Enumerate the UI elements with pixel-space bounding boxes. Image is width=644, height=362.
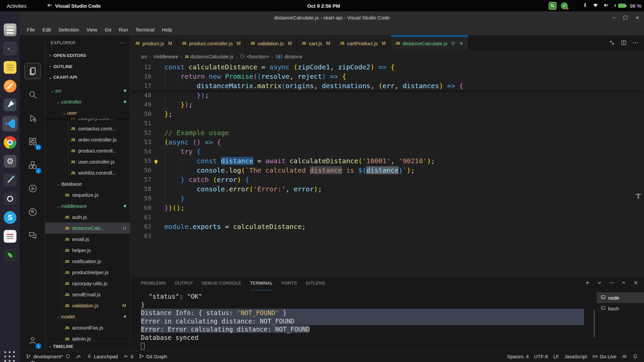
notes-app-icon[interactable] xyxy=(2,60,18,75)
panel-tab-debug-console[interactable]: DEBUG CONSOLE xyxy=(202,276,241,290)
activity-play-circle-icon[interactable] xyxy=(24,180,41,196)
activity-run-debug-icon[interactable] xyxy=(24,110,41,126)
docs-app-icon[interactable] xyxy=(2,229,18,244)
tree-item-order-controller-js[interactable]: JSorder.controller.js xyxy=(45,134,130,145)
tab-cart.js[interactable]: JScart.jsM xyxy=(297,36,335,51)
app-grid-icon[interactable] xyxy=(4,351,15,362)
panel-tab-gitlens[interactable]: GITLENS xyxy=(306,276,325,290)
tree-item-contactus-contr-[interactable]: JScontactus.contr... xyxy=(45,123,130,134)
tree-item-src[interactable]: ⌄src xyxy=(45,85,130,96)
panel-more-actions-icon[interactable] xyxy=(609,280,614,287)
status-ports-forwarded[interactable]: 0 xyxy=(120,351,136,362)
tree-item-notification-js[interactable]: JSnotification.js xyxy=(45,256,130,267)
tl-indicator-icon[interactable]: TL xyxy=(549,2,556,10)
tab-cartProduct.js[interactable]: JScartProduct.jsM xyxy=(335,36,391,51)
writer-app-icon[interactable] xyxy=(2,97,18,113)
activity-extensions-icon[interactable]: 17 xyxy=(24,133,41,149)
tree-item-sendemail-js[interactable]: JSsendEmail.js xyxy=(45,289,130,300)
code-editor[interactable]: 12const calculateDistance = async (zipCo… xyxy=(130,62,644,276)
tree-item-admin-js[interactable]: JSadmin.js xyxy=(45,333,130,342)
status-language-mode[interactable]: JavaScript xyxy=(561,351,590,362)
volume-icon[interactable] xyxy=(603,2,609,9)
split-editor-icon[interactable] xyxy=(621,40,627,47)
activity-comments-icon[interactable] xyxy=(24,227,41,243)
updates-check-icon[interactable]: ✓ xyxy=(561,2,568,9)
status-copilot[interactable] xyxy=(619,351,630,362)
menu-run[interactable]: Run xyxy=(115,25,132,34)
vscode-icon[interactable] xyxy=(2,116,18,131)
tree-item-user-controller-js[interactable]: JSuser.controller.js xyxy=(45,156,130,167)
menu-selection[interactable]: Selection xyxy=(55,25,83,34)
tree-item-wishlist-controll-[interactable]: JSwishlist.controll... xyxy=(45,167,130,178)
activity-search-icon[interactable] xyxy=(24,86,41,103)
breadcrumb-item[interactable]: <function> xyxy=(240,54,269,60)
wifi-icon[interactable] xyxy=(592,2,599,9)
status-indentation[interactable]: Spaces: 4 xyxy=(504,351,532,362)
close-panel-icon[interactable] xyxy=(633,280,639,287)
system-tray[interactable]: TL ✓ 98 % xyxy=(549,2,641,10)
activity-containers-icon[interactable]: 1 xyxy=(24,157,41,173)
activity-manage-icon[interactable]: ⚙1 xyxy=(24,356,41,362)
editor-more-actions-icon[interactable] xyxy=(632,40,639,47)
panel-tab-terminal[interactable]: TERMINAL xyxy=(250,276,273,290)
menu-view[interactable]: View xyxy=(83,25,101,34)
status-notifications[interactable] xyxy=(630,351,641,362)
tree-item-category-contr-[interactable]: JScategory.contr... xyxy=(45,118,130,123)
terminal-app-icon[interactable]: >_ xyxy=(2,41,18,56)
menu-file[interactable]: File xyxy=(23,25,39,34)
new-terminal-icon[interactable] xyxy=(585,280,590,287)
settings-app-icon[interactable]: ⚙ xyxy=(2,154,18,169)
status-encoding[interactable]: UTF-8 xyxy=(531,351,550,362)
tree-item-accountfas-js[interactable]: JSaccountFas.js xyxy=(45,322,130,333)
lightbulb-icon[interactable] xyxy=(153,158,159,164)
terminal-scrollbar[interactable] xyxy=(594,310,595,337)
plant-app-icon[interactable] xyxy=(2,247,18,263)
status-git-graph[interactable]: Git Graph xyxy=(136,351,170,362)
breadcrumb-item[interactable]: [@]distance xyxy=(275,54,303,59)
section-open-editors[interactable]: › OPEN EDITORS xyxy=(45,50,130,61)
tree-item-validation-js[interactable]: JSvalidation.jsM xyxy=(45,300,130,311)
tree-item-helper-js[interactable]: JShelper.js xyxy=(45,245,130,256)
open-changes-icon[interactable] xyxy=(609,40,615,47)
status-commit-graph[interactable] xyxy=(73,351,84,362)
menu-terminal[interactable]: Terminal xyxy=(132,25,158,34)
clock[interactable]: Oct 9 2:56 PM xyxy=(307,3,340,9)
battery-indicator[interactable] xyxy=(613,3,626,9)
section-outline[interactable]: › OUTLINE xyxy=(45,61,130,72)
status-go-live[interactable]: Go Live xyxy=(590,351,619,362)
breadcrumb-item[interactable]: src xyxy=(141,54,147,59)
menu-go[interactable]: Go xyxy=(101,25,115,34)
files-app-icon[interactable] xyxy=(2,22,18,38)
tree-item-controller[interactable]: ⌄controller xyxy=(45,96,130,107)
breadcrumb-item[interactable]: middleware xyxy=(154,54,178,59)
tree-item-user[interactable]: ⌄user xyxy=(45,107,130,118)
tab-product.js[interactable]: JSproduct.jsM xyxy=(130,36,177,51)
tab-product.controller.js[interactable]: JSproduct.controller.jsM xyxy=(177,36,246,51)
activity-accounts-icon[interactable]: 1 xyxy=(24,332,41,348)
recorder-app-icon[interactable] xyxy=(2,191,18,206)
activity-explorer-icon[interactable] xyxy=(24,63,41,79)
tree-item-product-controll-[interactable]: JSproduct.controll... xyxy=(45,145,130,156)
tree-item-database[interactable]: ⌄database xyxy=(45,178,130,189)
tree-item-email-js[interactable]: JSemail.js xyxy=(45,234,130,245)
chrome-icon[interactable] xyxy=(2,135,18,150)
picker-app-icon[interactable] xyxy=(2,172,18,188)
activities-button[interactable]: Activities xyxy=(0,3,33,9)
activity-gitlens-icon[interactable] xyxy=(24,204,41,220)
title-bar[interactable]: distanceCalculate.js - ckart-api - Visua… xyxy=(20,11,644,24)
tree-item-razorpay-utils-js[interactable]: JSrazorpay-utils.js xyxy=(45,278,130,289)
paint-app-icon[interactable] xyxy=(2,78,18,94)
terminal-instance-bash[interactable]: bash xyxy=(597,303,644,314)
terminal-dropdown-icon[interactable] xyxy=(597,280,602,287)
tab-validation.js[interactable]: JSvalidation.jsM xyxy=(246,36,297,51)
tree-item-sequelize-js[interactable]: JSsequelize.js xyxy=(45,189,130,200)
close-button[interactable]: ✕ xyxy=(635,15,639,20)
panel-tab-problems[interactable]: PROBLEMS xyxy=(141,276,166,290)
terminal-instance-node[interactable]: node xyxy=(597,292,644,303)
tree-item-model[interactable]: ⌄model xyxy=(45,311,130,322)
explorer-more-actions-icon[interactable]: ⋯ xyxy=(120,40,125,45)
menu-help[interactable]: Help xyxy=(158,25,176,34)
panel-tab-output[interactable]: OUTPUT xyxy=(175,276,193,290)
minimize-button[interactable]: ─ xyxy=(612,15,615,20)
status-eol[interactable]: LF xyxy=(550,351,561,362)
